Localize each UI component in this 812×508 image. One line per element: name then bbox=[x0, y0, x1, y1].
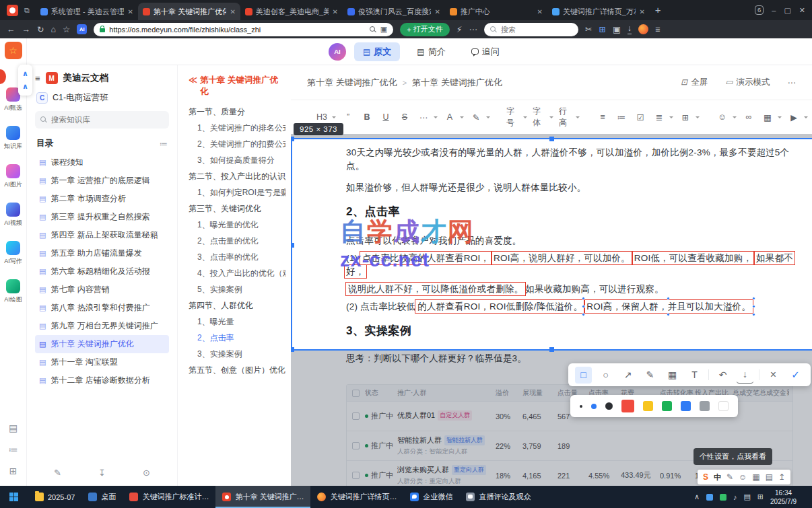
rail-item-knowledge-base[interactable]: 知识库 bbox=[4, 126, 22, 151]
taskbar-item-chapter10-active[interactable]: 第十章 关键词推广… bbox=[215, 486, 310, 508]
annotation-handle[interactable] bbox=[667, 297, 670, 300]
todo-list-button[interactable]: ☑ bbox=[632, 109, 648, 125]
strikethrough-button[interactable]: S bbox=[397, 109, 413, 125]
more-actions-icon[interactable]: ⋯ bbox=[469, 24, 477, 34]
tab-close-icon[interactable]: ✕ bbox=[434, 8, 440, 15]
emoji-button[interactable]: ☺ bbox=[714, 109, 731, 125]
color-yellow[interactable] bbox=[643, 401, 653, 411]
insert-video-button[interactable]: ▶ bbox=[786, 109, 802, 125]
stroke-size-small[interactable] bbox=[580, 405, 582, 408]
undo-annotation-button[interactable]: ↶ bbox=[714, 367, 731, 384]
annotation-handle[interactable] bbox=[667, 313, 670, 316]
selection-handle[interactable] bbox=[549, 137, 554, 141]
doc-item-intro[interactable]: ▤课程须知 bbox=[35, 153, 169, 172]
tab-close-icon[interactable]: ✕ bbox=[639, 8, 644, 15]
highlight-button[interactable]: ✎ bbox=[468, 109, 484, 125]
toc-item[interactable]: 2、点击量的优化 bbox=[189, 233, 285, 250]
quick-search-box[interactable] bbox=[484, 23, 578, 36]
pen-tool[interactable]: ✎ bbox=[642, 367, 658, 384]
indent-button[interactable]: ⊞ bbox=[677, 109, 693, 125]
selection-handle[interactable] bbox=[549, 347, 554, 352]
taskbar-item-live-comments[interactable]: 直播评论及观众 bbox=[459, 486, 537, 508]
rail-item-ai-writing[interactable]: AI写作 bbox=[4, 241, 22, 266]
color-gray[interactable] bbox=[700, 401, 710, 411]
font-color-button[interactable]: A bbox=[442, 109, 458, 125]
confirm-capture-button[interactable]: ✓ bbox=[787, 367, 804, 384]
taskbar-item-keyword-detail[interactable]: 关键词推广详情页… bbox=[310, 486, 403, 508]
taskbar-item-desktop[interactable]: 桌面 bbox=[81, 486, 123, 508]
start-button[interactable] bbox=[0, 486, 28, 508]
rect-tool[interactable]: □ bbox=[575, 367, 592, 384]
annotation-rect[interactable]: 说明此人群不好，可以降低溢价或者删除。 bbox=[347, 284, 524, 294]
annotation-rect[interactable]: 的人群查看ROI，ROI低删除/降低溢价。 bbox=[417, 301, 583, 312]
export-button[interactable]: ↧ bbox=[98, 468, 106, 478]
browser-tab-1[interactable]: 系统管理 - 美迪云管理…✕ bbox=[36, 3, 138, 20]
doc-item-ch9[interactable]: ▤第九章 万相台无界关键词推广 bbox=[35, 317, 169, 335]
stroke-size-large[interactable] bbox=[605, 402, 613, 410]
toc-item[interactable]: 第四节、人群优化 bbox=[189, 298, 285, 314]
browser-menu-icon[interactable]: ≡ bbox=[655, 25, 660, 34]
selection-handle[interactable] bbox=[291, 137, 294, 141]
sogou-logo-icon[interactable]: S bbox=[703, 472, 708, 482]
toc-item[interactable]: 2、关键词推广的扣费公式 bbox=[189, 137, 285, 153]
doc-item-ch12[interactable]: ▤第十二章 店铺诊断数据分析 bbox=[35, 371, 169, 390]
ime-emoji-icon[interactable]: ☺ bbox=[739, 472, 747, 482]
flash-icon[interactable]: ⚡ bbox=[456, 24, 463, 34]
underline-button[interactable]: U bbox=[378, 109, 394, 125]
browser-tab-5[interactable]: 推广中心✕ bbox=[445, 3, 547, 20]
clock[interactable]: 16:34 2025/7/9 bbox=[770, 488, 797, 506]
ai-assistant-icon[interactable]: AI bbox=[77, 24, 87, 34]
workspace-selector[interactable]: C C1-电商运营班 bbox=[35, 92, 169, 104]
cancel-capture-button[interactable]: × bbox=[765, 367, 782, 384]
doc-item-ch8[interactable]: ▤第八章 热浪引擎和付费推广 bbox=[35, 299, 169, 317]
window-minimize-button[interactable]: – bbox=[772, 6, 776, 14]
favorites-star-icon[interactable]: ☆ bbox=[5, 42, 22, 59]
present-mode-button[interactable]: ▭演示模式 bbox=[725, 77, 770, 88]
profile-avatar[interactable] bbox=[638, 24, 648, 34]
taskbar-item-keyword-plan[interactable]: 关键词推广标准计… bbox=[123, 486, 215, 508]
power-button[interactable]: ⊙ bbox=[143, 468, 150, 478]
new-tab-button[interactable]: + bbox=[655, 4, 661, 15]
browser-tab-6[interactable]: 关键词推广详情页_万相…✕ bbox=[547, 3, 650, 20]
more-options-button[interactable]: ⋯ bbox=[788, 77, 797, 87]
annotation-handle[interactable] bbox=[582, 305, 585, 308]
browser-tab-4[interactable]: 俊强澳门风云_百度搜索✕ bbox=[343, 3, 445, 20]
knowledge-search-box[interactable] bbox=[35, 111, 169, 129]
toc-item[interactable]: 3、如何提高质量得分 bbox=[189, 153, 285, 169]
toc-item[interactable]: 1、如何判定ROI是亏是赚 bbox=[189, 185, 285, 201]
stroke-size-medium-selected[interactable] bbox=[591, 404, 597, 409]
tab-count-badge[interactable]: 6 bbox=[755, 5, 764, 15]
doc-item-ch3[interactable]: ▤第三章 提升权重之自然搜索 bbox=[35, 208, 169, 226]
insert-image-button[interactable]: ▦ bbox=[759, 109, 776, 125]
selection-handle[interactable] bbox=[291, 243, 294, 248]
list-style-button[interactable]: ≣ bbox=[651, 109, 667, 125]
ai-reader-logo[interactable]: AI bbox=[329, 43, 346, 61]
compose-button[interactable]: ✎ bbox=[54, 468, 61, 478]
toc-chapter-title[interactable]: 第十章 关键词推广优化 bbox=[200, 75, 285, 98]
color-green[interactable] bbox=[662, 401, 672, 411]
selection-handle[interactable] bbox=[291, 347, 294, 352]
forward-button[interactable]: → bbox=[22, 25, 31, 34]
tray-app-icon[interactable] bbox=[706, 494, 713, 501]
toc-item[interactable]: 第三节、关键词优化 bbox=[189, 201, 285, 217]
annotation-rect-active[interactable]: ROI高，保留人群，并且可以加大溢价。 bbox=[586, 301, 751, 312]
annotation-rect[interactable]: ROI低，可以查看收藏加购， bbox=[634, 253, 753, 263]
rail-item-ai-image[interactable]: AI图片 bbox=[4, 164, 22, 189]
bold-button[interactable]: B bbox=[359, 109, 375, 125]
doc-item-ch11[interactable]: ▤第十一章 淘宝联盟 bbox=[35, 353, 169, 371]
url-text[interactable]: https://os.medeyun.com/file/zhishiku/cla… bbox=[109, 26, 366, 34]
quote-button[interactable]: ” bbox=[340, 109, 356, 125]
tab-ask-followup[interactable]: 追问 bbox=[463, 42, 508, 61]
home-button[interactable]: ⌂ bbox=[50, 25, 56, 34]
toc-item[interactable]: 1、曝光量的优化 bbox=[189, 217, 285, 233]
taskbar-item-wecom[interactable]: 企业微信 bbox=[403, 486, 459, 508]
ime-keyboard-icon[interactable]: ▤ bbox=[766, 472, 773, 482]
annotation-rect[interactable]: 点击率比较高的人群查看ROI， bbox=[362, 253, 490, 263]
color-blue[interactable] bbox=[681, 401, 691, 411]
ellipse-tool[interactable]: ○ bbox=[597, 367, 614, 384]
back-button[interactable]: ← bbox=[7, 25, 15, 34]
toc-item[interactable]: 3、实操案例 bbox=[189, 347, 285, 363]
bookmark-star-icon[interactable]: ☆ bbox=[63, 24, 70, 34]
ime-expand-icon[interactable]: ↥ bbox=[778, 472, 785, 482]
fullscreen-button[interactable]: ⊡全屏 bbox=[681, 77, 708, 88]
